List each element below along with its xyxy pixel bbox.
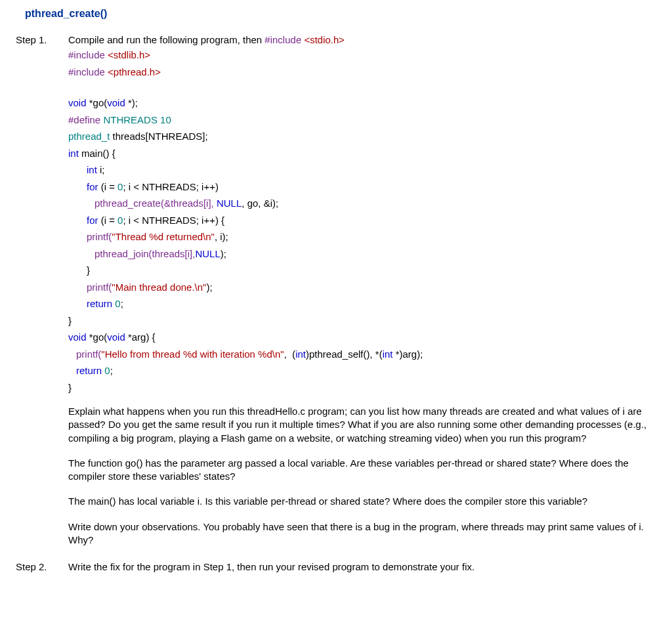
page-title: pthread_create() (25, 8, 659, 20)
code-token: void (68, 97, 87, 108)
code-line: #include <stdlib.h> (68, 47, 652, 64)
code-token: NULL (217, 198, 242, 209)
code-token: i; (97, 164, 105, 175)
code-line: int main() { (68, 145, 652, 162)
code-token: printf( (87, 282, 112, 293)
code-token: ; (110, 365, 113, 376)
code-token: ; i < NTHREADS; i++) { (123, 215, 224, 226)
code-token: *); (125, 97, 138, 108)
code-token: ; (121, 298, 123, 309)
code-token: #include (68, 66, 105, 77)
code-line: for (i = 0; i < NTHREADS; i++) { (68, 212, 652, 229)
code-token: void (68, 331, 87, 343)
code-token: NTHREADS (100, 114, 158, 125)
step-2-label: Step 2. (13, 561, 68, 572)
code-token: int (295, 348, 306, 360)
code-token: void (107, 97, 125, 108)
code-token: <stdlib.h> (108, 49, 150, 60)
intro-text: Compile and run the following program, t… (68, 34, 264, 45)
question-paragraph-2: The function go() has the parameter arg … (68, 457, 652, 484)
code-line: int i; (68, 161, 652, 179)
code-token: } (87, 264, 90, 276)
code-line: printf("Hello from thread %d with iterat… (68, 346, 652, 363)
code-line: return 0; (68, 362, 652, 379)
code-token: void (107, 331, 125, 343)
step-1: Step 1. Compile and run the following pr… (13, 34, 659, 558)
code-token: int (87, 164, 97, 175)
code-line: #define NTHREADS 10 (68, 112, 652, 129)
code-token: main() { (79, 148, 116, 159)
code-token: } (68, 382, 72, 393)
code-token: "Main thread done.\n" (112, 282, 206, 293)
code-token: for (87, 215, 98, 226)
code-line: printf("Main thread done.\n"); (68, 279, 652, 296)
code-token: *go( (87, 331, 108, 343)
step-1-label: Step 1. (13, 34, 68, 558)
code-token: , i); (215, 231, 228, 242)
code-line: for (i = 0; i < NTHREADS; i++) (68, 179, 652, 196)
code-line: #include <pthread.h> (68, 64, 652, 81)
code-token: NULL (195, 248, 220, 259)
code-token: pthread_join(threads[i], (94, 248, 195, 259)
code-token: return (76, 365, 102, 376)
step-2-body: Write the fix for the program in Step 1,… (68, 561, 652, 572)
code-token: *)arg); (393, 348, 423, 360)
code-line: } (68, 379, 652, 396)
code-include-directive: #include (264, 34, 301, 45)
code-token: printf( (76, 348, 101, 360)
code-token: 0 (112, 298, 121, 309)
code-token: , go, &i); (242, 198, 278, 209)
code-line: void *go(void *arg) { (68, 329, 652, 346)
code-token: int (68, 148, 79, 159)
code-token: #include (68, 49, 105, 60)
question-paragraph-4: Write down your observations. You probab… (68, 520, 652, 547)
code-token: } (68, 315, 72, 326)
code-token: return (87, 298, 112, 309)
code-token: *go( (87, 97, 108, 108)
question-paragraph-3: The main() has local variable i. Is this… (68, 495, 652, 508)
code-token: "Thread %d returned\n" (112, 231, 215, 242)
code-line: printf("Thread %d returned\n", i); (68, 228, 652, 245)
code-line: } (68, 312, 652, 329)
step-1-body: Compile and run the following program, t… (68, 34, 652, 558)
code-token: ); (206, 282, 212, 293)
code-token: 0 (102, 365, 110, 376)
code-token: threads[NTHREADS]; (110, 131, 207, 142)
code-token: ; i < NTHREADS; i++) (123, 181, 218, 192)
code-token: "Hello from thread %d with iteration %d\… (101, 348, 284, 360)
code-token: #define (68, 114, 100, 125)
code-token: int (383, 348, 393, 360)
code-line: pthread_t threads[NTHREADS]; (68, 128, 652, 145)
code-line: return 0; (68, 295, 652, 312)
code-token: 10 (158, 114, 171, 125)
step-2-text: Write the fix for the program in Step 1,… (68, 561, 474, 572)
code-include-header: <stdio.h> (304, 34, 345, 45)
code-token: )pthread_self(), *( (306, 348, 383, 360)
code-token: ); (220, 248, 226, 259)
code-token: <pthread.h> (108, 66, 161, 77)
step-2: Step 2. Write the fix for the program in… (13, 561, 659, 572)
code-token: pthread_t (68, 131, 110, 142)
blank-line (68, 80, 652, 95)
code-token: , ( (284, 348, 296, 360)
code-line: } (68, 262, 652, 279)
code-token: printf( (87, 231, 112, 242)
step-1-intro: Compile and run the following program, t… (68, 34, 652, 45)
code-token: (i = (98, 181, 118, 192)
code-token: *arg) { (125, 331, 156, 343)
code-token: for (87, 181, 98, 192)
code-token: (i = (98, 215, 118, 226)
code-line: void *go(void *); (68, 95, 652, 112)
code-line: pthread_create(&threads[i], NULL, go, &i… (68, 195, 652, 212)
question-paragraph-1: Explain what happens when you run this t… (68, 405, 652, 445)
code-line: pthread_join(threads[i],NULL); (68, 245, 652, 263)
code-token: pthread_create(&threads[i], (94, 198, 217, 209)
code-block: #include <stdlib.h> #include <pthread.h>… (68, 47, 652, 396)
